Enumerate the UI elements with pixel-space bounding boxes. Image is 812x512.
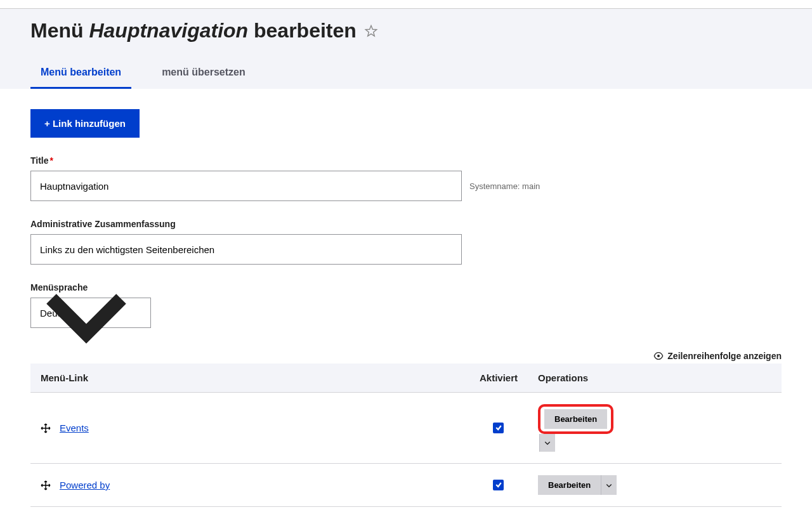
eye-icon xyxy=(653,351,664,361)
page-title: Menü Hauptnavigation bearbeiten xyxy=(30,19,782,43)
table-row: Powered byBearbeiten xyxy=(30,464,782,507)
language-select[interactable] xyxy=(30,298,151,328)
operations-dropdown[interactable] xyxy=(601,475,617,495)
title-label: Title* xyxy=(30,155,782,166)
content-region: + Link hinzufügen Title* Systemname: mai… xyxy=(0,89,812,512)
add-link-button[interactable]: + Link hinzufügen xyxy=(30,109,140,138)
top-bar xyxy=(0,0,812,9)
menu-link[interactable]: Events xyxy=(60,423,89,433)
menu-links-table: Menü-Link Aktiviert Operations EventsBea… xyxy=(30,364,782,512)
page-title-text: Menü Hauptnavigation bearbeiten xyxy=(30,19,357,43)
star-icon[interactable] xyxy=(364,24,378,38)
table-row: BlogBearbeiten xyxy=(30,507,782,513)
highlight-annotation: Bearbeiten xyxy=(538,404,613,434)
systemname-hint: Systemname: main xyxy=(469,181,540,191)
table-row: EventsBearbeiten xyxy=(30,393,782,464)
enabled-checkbox[interactable] xyxy=(493,423,504,433)
drag-handle-icon[interactable] xyxy=(41,480,51,490)
chevron-down-icon xyxy=(544,439,551,447)
show-row-weights-toggle[interactable]: Zeilenreihenfolge anzeigen xyxy=(30,351,782,361)
show-row-weights-label: Zeilenreihenfolge anzeigen xyxy=(667,351,782,361)
page-title-suffix: bearbeiten xyxy=(248,19,357,42)
tab-edit-menu[interactable]: Menü bearbeiten xyxy=(30,59,131,89)
drag-handle-icon[interactable] xyxy=(41,423,51,433)
table-header-row: Menü-Link Aktiviert Operations xyxy=(30,364,782,393)
menu-link[interactable]: Powered by xyxy=(60,480,110,490)
edit-button[interactable]: Bearbeiten xyxy=(538,475,601,495)
form-item-language: Menüsprache xyxy=(30,282,782,328)
chevron-down-icon xyxy=(605,482,613,489)
svg-point-0 xyxy=(657,355,660,357)
tab-translate-menu[interactable]: menü übersetzen xyxy=(152,59,256,89)
tabs: Menü bearbeiten menü übersetzen xyxy=(30,59,782,89)
col-header-operations: Operations xyxy=(528,364,782,393)
col-header-enabled: Aktiviert xyxy=(469,364,528,393)
required-indicator: * xyxy=(50,155,53,166)
enabled-checkbox[interactable] xyxy=(493,480,504,490)
page-title-prefix: Menü xyxy=(30,19,89,42)
page-title-em: Hauptnavigation xyxy=(89,19,248,42)
summary-input[interactable] xyxy=(30,234,462,265)
form-item-title: Title* Systemname: main xyxy=(30,155,782,201)
header-region: Menü Hauptnavigation bearbeiten Menü bea… xyxy=(0,9,812,89)
summary-label: Administrative Zusammenfassung xyxy=(30,219,782,229)
operations-dropdown[interactable] xyxy=(539,434,555,452)
edit-button[interactable]: Bearbeiten xyxy=(544,409,607,429)
col-header-link: Menü-Link xyxy=(30,364,469,393)
form-item-summary: Administrative Zusammenfassung xyxy=(30,219,782,265)
title-input[interactable] xyxy=(30,171,462,201)
language-label: Menüsprache xyxy=(30,282,782,292)
title-label-text: Title xyxy=(30,155,49,166)
